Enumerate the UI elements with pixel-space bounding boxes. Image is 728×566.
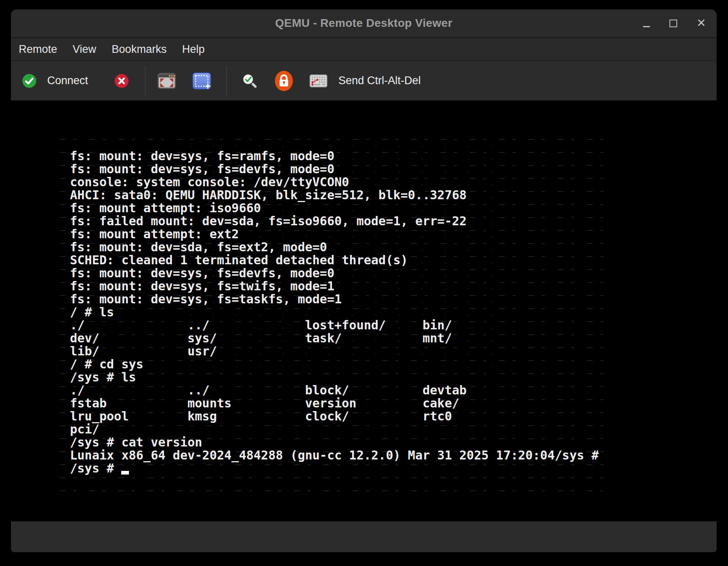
connect-button[interactable]: Connect: [22, 74, 88, 88]
status-bar: [11, 521, 717, 552]
connect-check-icon: [22, 74, 37, 88]
maximize-button[interactable]: [669, 20, 677, 27]
keyboard-icon: [310, 74, 327, 87]
magnifier-check-icon: [241, 73, 257, 89]
toolbar: Connect: [11, 61, 717, 100]
fullscreen-button[interactable]: [157, 73, 176, 89]
disconnect-x-icon: [114, 74, 129, 88]
console-text: fs: mount: dev=sys, fs=ramfs, mode=0 fs:…: [70, 150, 599, 475]
scaling-button[interactable]: [241, 73, 257, 89]
menu-remote[interactable]: Remote: [11, 38, 65, 60]
menubar: Remote View Bookmarks Help: [11, 38, 717, 61]
fullscreen-icon: [157, 73, 176, 89]
window-controls: ✕: [643, 9, 706, 37]
toolbar-separator: [145, 66, 146, 96]
terminal-cursor: [121, 471, 129, 475]
minimize-button[interactable]: [643, 26, 650, 27]
screenshot-button[interactable]: [192, 72, 211, 89]
toolbar-separator: [226, 66, 227, 96]
app-window: QEMU - Remote Desktop Viewer ✕ Remote Vi…: [11, 9, 717, 552]
window-title: QEMU - Remote Desktop Viewer: [275, 17, 453, 30]
disconnect-button[interactable]: [114, 74, 129, 88]
menu-view[interactable]: View: [65, 38, 104, 60]
titlebar[interactable]: QEMU - Remote Desktop Viewer ✕: [11, 9, 717, 38]
send-ctrl-alt-del-button[interactable]: Send Ctrl-Alt-Del: [310, 74, 421, 87]
menu-bookmarks[interactable]: Bookmarks: [104, 38, 174, 60]
remote-display[interactable]: fs: mount: dev=sys, fs=ramfs, mode=0 fs:…: [11, 100, 717, 521]
lock-icon: [275, 70, 293, 91]
screenshot-selection-icon: [192, 72, 211, 89]
readonly-button[interactable]: [275, 70, 293, 91]
send-ctrl-alt-del-label: Send Ctrl-Alt-Del: [338, 74, 421, 87]
close-button[interactable]: ✕: [697, 17, 706, 29]
menu-help[interactable]: Help: [174, 38, 213, 60]
connect-label: Connect: [47, 74, 88, 87]
